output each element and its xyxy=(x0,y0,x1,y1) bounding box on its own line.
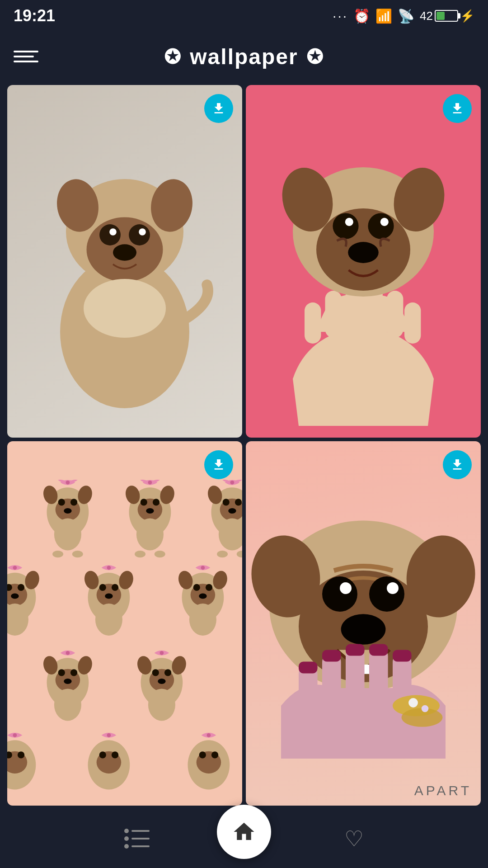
svg-rect-17 xyxy=(387,291,403,338)
svg-point-125 xyxy=(107,733,111,737)
svg-point-5 xyxy=(109,228,117,236)
svg-point-24 xyxy=(380,218,389,226)
download-icon-4 xyxy=(450,458,465,472)
menu-button[interactable] xyxy=(14,51,38,62)
svg-point-12 xyxy=(134,374,169,396)
download-icon-3 xyxy=(211,458,226,472)
list-line-2 xyxy=(131,838,150,840)
signal-icon: 📶 xyxy=(375,8,392,24)
svg-point-44 xyxy=(153,499,160,505)
download-button-2[interactable] xyxy=(443,94,472,123)
svg-point-113 xyxy=(148,689,175,721)
svg-point-83 xyxy=(95,604,122,636)
svg-point-7 xyxy=(113,244,136,260)
svg-point-3 xyxy=(99,224,121,245)
bottom-navigation: ♡ xyxy=(0,809,488,868)
app-title: wallpaper xyxy=(190,44,298,69)
svg-point-93 xyxy=(189,604,216,636)
wifi-icon: 📡 xyxy=(398,8,414,24)
svg-point-31 xyxy=(58,499,65,505)
status-icons: ··· ⏰ 📶 📡 42 ⚡ xyxy=(333,8,474,24)
list-dot-3 xyxy=(124,844,129,849)
svg-point-79 xyxy=(105,594,113,599)
svg-point-154 xyxy=(402,708,443,727)
svg-point-135 xyxy=(369,576,404,612)
header-title-group: ✪ wallpaper ✪ xyxy=(164,44,324,69)
list-button[interactable] xyxy=(124,829,150,849)
svg-point-60 xyxy=(230,481,235,485)
svg-point-49 xyxy=(136,518,164,550)
svg-rect-146 xyxy=(322,650,341,662)
svg-point-130 xyxy=(211,751,218,758)
battery-fill xyxy=(436,12,445,20)
svg-point-51 xyxy=(155,551,165,557)
app-header: ✪ wallpaper ✪ xyxy=(0,32,488,81)
svg-point-38 xyxy=(52,551,63,557)
download-button-4[interactable] xyxy=(443,450,472,479)
svg-point-138 xyxy=(341,614,386,645)
battery-container: 42 ⚡ xyxy=(420,9,474,23)
svg-point-107 xyxy=(152,669,159,676)
svg-point-32 xyxy=(70,499,77,505)
wallpaper-item-4[interactable]: APART xyxy=(246,441,481,806)
favorites-button[interactable]: ♡ xyxy=(344,826,364,851)
svg-point-36 xyxy=(66,481,70,485)
list-dot-1 xyxy=(124,829,129,833)
download-button-3[interactable] xyxy=(204,450,233,479)
svg-point-39 xyxy=(72,551,83,557)
alarm-icon: ⏰ xyxy=(353,8,370,24)
svg-point-33 xyxy=(64,508,71,514)
svg-point-82 xyxy=(107,566,111,570)
home-button[interactable] xyxy=(217,805,271,859)
apart-text: APART xyxy=(414,783,472,798)
svg-point-55 xyxy=(223,499,230,505)
svg-point-6 xyxy=(139,228,146,236)
svg-point-68 xyxy=(18,584,24,591)
svg-point-129 xyxy=(199,751,206,758)
svg-point-22 xyxy=(368,213,394,239)
home-icon xyxy=(232,820,256,844)
svg-point-123 xyxy=(99,751,106,758)
star-right-icon: ✪ xyxy=(306,45,324,68)
svg-point-88 xyxy=(206,584,212,591)
svg-point-77 xyxy=(99,584,106,591)
svg-point-124 xyxy=(112,751,118,758)
download-button-1[interactable] xyxy=(204,94,233,123)
wallpaper-item-1[interactable] xyxy=(7,85,242,438)
svg-point-72 xyxy=(13,566,17,570)
svg-point-62 xyxy=(217,551,228,557)
svg-point-112 xyxy=(160,651,164,655)
svg-point-43 xyxy=(141,499,147,505)
battery-icon xyxy=(435,10,458,22)
svg-point-56 xyxy=(235,499,242,505)
svg-rect-152 xyxy=(393,650,412,662)
svg-point-89 xyxy=(199,594,206,599)
svg-point-97 xyxy=(58,669,65,676)
star-left-icon: ✪ xyxy=(164,45,182,68)
wallpaper-item-3[interactable] xyxy=(7,441,242,806)
svg-point-98 xyxy=(70,669,77,676)
svg-point-119 xyxy=(13,733,17,737)
wallpaper-item-2[interactable] xyxy=(246,85,481,438)
svg-point-69 xyxy=(11,594,19,599)
svg-point-102 xyxy=(66,651,70,655)
svg-point-37 xyxy=(54,518,81,550)
svg-rect-13 xyxy=(305,302,321,344)
svg-rect-14 xyxy=(325,291,342,338)
svg-point-57 xyxy=(228,508,236,514)
svg-point-156 xyxy=(422,705,429,712)
svg-point-92 xyxy=(201,566,205,570)
wallpaper-grid: APART xyxy=(0,81,488,809)
svg-point-87 xyxy=(193,584,200,591)
svg-point-48 xyxy=(148,481,152,485)
pug-image-1 xyxy=(7,85,242,438)
svg-point-136 xyxy=(340,582,352,594)
svg-point-25 xyxy=(348,242,379,263)
pug-pattern-image xyxy=(7,441,242,806)
svg-point-50 xyxy=(135,551,145,557)
svg-point-45 xyxy=(146,508,154,514)
battery-percent: 42 xyxy=(420,9,433,23)
pug-image-2 xyxy=(246,85,481,438)
list-dot-2 xyxy=(124,836,129,841)
dots-icon: ··· xyxy=(333,8,348,24)
